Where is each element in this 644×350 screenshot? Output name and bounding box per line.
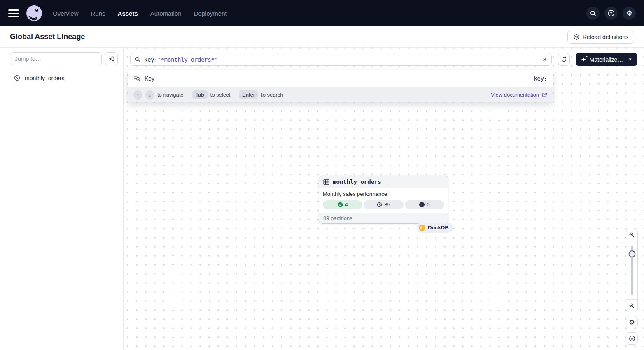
slashed-circle-icon — [377, 202, 382, 207]
zoom-out-icon — [629, 303, 635, 309]
nav-item-overview[interactable]: Overview — [53, 10, 79, 17]
materialize-label: Materialize… — [590, 56, 623, 63]
recenter-graph-button[interactable] — [626, 332, 638, 345]
hamburger-menu-icon[interactable] — [8, 9, 19, 17]
settings-gear-icon[interactable]: ⚙ — [623, 7, 636, 20]
refresh-icon — [561, 56, 567, 63]
partition-status-pills: 4 85 ! 0 — [323, 200, 444, 209]
asset-node-body: Monthly sales performance 4 — [319, 188, 448, 213]
asset-changed-icon — [14, 74, 21, 81]
zoom-in-button[interactable] — [626, 229, 637, 241]
zoom-in-icon — [629, 232, 635, 238]
arrow-down-key-icon: ↓ — [145, 90, 154, 100]
check-circle-icon — [338, 202, 343, 207]
navigate-hint: to navigate — [157, 92, 184, 98]
search-hint: to search — [261, 92, 283, 98]
nav-item-deployment[interactable]: Deployment — [194, 10, 227, 17]
top-nav-actions: ? ⚙ — [586, 7, 636, 20]
materialized-partitions-pill[interactable]: 4 — [323, 200, 362, 209]
sidebar-asset-label: monthly_orders — [25, 75, 65, 81]
view-documentation-label: View documentation — [491, 92, 539, 98]
failed-count: 0 — [427, 202, 429, 208]
lineage-canvas[interactable]: key:"*monthly_orders*" ✕ ✦ Materialize… … — [124, 48, 644, 350]
top-nav-bar: Overview Runs Assets Automation Deployme… — [0, 0, 644, 26]
svg-text:?: ? — [610, 11, 612, 15]
suggestion-row-key[interactable]: Key key: — [128, 70, 553, 87]
materialized-count: 4 — [345, 202, 348, 208]
duckdb-icon — [419, 225, 425, 231]
nav-item-assets[interactable]: Assets — [118, 10, 138, 17]
zoom-slider-thumb[interactable] — [628, 250, 635, 257]
missing-count: 85 — [384, 202, 390, 208]
asset-node-footer: 89 partitions — [319, 213, 448, 223]
content-area: monthly_orders key:"*monthly_orders*" ✕ — [0, 48, 644, 350]
zoom-out-button[interactable] — [626, 299, 637, 312]
recenter-icon — [629, 335, 635, 342]
nav-item-automation[interactable]: Automation — [150, 10, 182, 17]
materialize-button[interactable]: ✦ Materialize… — [576, 53, 623, 66]
logo-eye — [35, 9, 38, 12]
dagster-logo[interactable] — [26, 5, 42, 21]
page-title: Global Asset Lineage — [10, 32, 85, 41]
asset-node-monthly-orders[interactable]: monthly_orders Monthly sales performance… — [319, 176, 448, 224]
sparkles-icon: ✦ — [581, 56, 586, 63]
sidebar-item-monthly-orders[interactable]: monthly_orders — [0, 70, 123, 86]
materialize-dropdown-button[interactable]: ▾ — [623, 53, 637, 66]
asset-node-header[interactable]: monthly_orders — [319, 176, 448, 188]
view-documentation-link[interactable]: View documentation — [491, 92, 547, 98]
arrow-up-key-icon: ↑ — [133, 90, 142, 100]
gear-icon: ⚙ — [629, 318, 635, 326]
clear-search-icon[interactable]: ✕ — [542, 57, 547, 63]
search-query-value: "*monthly_orders*" — [158, 56, 218, 63]
reload-definitions-label: Reload definitions — [583, 34, 628, 40]
enter-key-badge: Enter — [239, 90, 258, 99]
global-asset-lineage-page: Overview Runs Assets Automation Deployme… — [0, 0, 644, 350]
tab-key-badge: Tab — [192, 90, 208, 99]
reload-definitions-button[interactable]: Reload definitions — [567, 30, 634, 44]
page-header: Global Asset Lineage Reload definitions — [0, 26, 644, 48]
filter-search-icon — [133, 75, 140, 81]
main-nav-links: Overview Runs Assets Automation Deployme… — [53, 10, 227, 17]
asset-node-name: monthly_orders — [333, 178, 381, 185]
refresh-graph-button[interactable] — [558, 53, 570, 66]
external-link-icon — [542, 92, 547, 97]
asset-node-description: Monthly sales performance — [323, 191, 444, 197]
jump-to-input[interactable] — [10, 52, 102, 65]
duckdb-label: DuckDB — [428, 225, 449, 231]
search-query-prefix: key: — [144, 56, 158, 63]
table-icon — [323, 179, 329, 185]
zoom-slider[interactable] — [626, 241, 637, 299]
failed-partitions-pill[interactable]: ! 0 — [405, 200, 444, 209]
dropdown-footer: ↑ ↓ to navigate Tab to select Enter to s… — [128, 87, 553, 102]
sidebar-jump-row — [0, 48, 123, 70]
nav-item-runs[interactable]: Runs — [91, 10, 105, 17]
lineage-sidebar: monthly_orders — [0, 48, 124, 350]
missing-partitions-pill[interactable]: 85 — [364, 200, 403, 209]
chevron-down-icon: ▾ — [629, 57, 632, 62]
graph-settings-button[interactable]: ⚙ — [626, 316, 638, 328]
asset-search-input[interactable]: key:"*monthly_orders*" ✕ — [130, 53, 552, 66]
materialize-split-button: ✦ Materialize… ▾ — [576, 53, 637, 66]
exclamation-circle-icon: ! — [419, 202, 425, 207]
zoom-control-panel — [626, 229, 638, 312]
suggestion-label: Key — [145, 75, 154, 82]
code-location-icon — [573, 34, 580, 40]
kind-tag-duckdb[interactable]: DuckDB — [417, 223, 453, 233]
search-icon[interactable] — [586, 7, 600, 20]
search-suggestions-dropdown: Key key: ↑ ↓ to navigate Tab to select E… — [128, 70, 553, 102]
collapse-panel-button[interactable] — [105, 52, 118, 65]
help-icon[interactable]: ? — [604, 7, 618, 20]
partitions-count-label: 89 partitions — [323, 215, 352, 221]
select-hint: to select — [210, 92, 230, 98]
collapse-panel-icon — [108, 56, 115, 62]
search-icon — [135, 56, 141, 63]
suggestion-syntax-hint: key: — [534, 75, 547, 82]
